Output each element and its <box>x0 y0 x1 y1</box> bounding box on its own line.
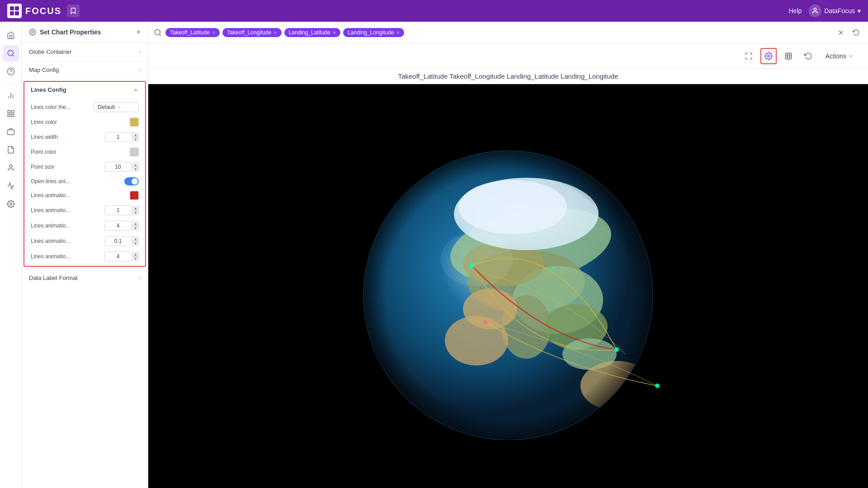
lines-config-section: Lines Config Lines color the... Default <box>24 81 146 267</box>
tb-refresh-btn[interactable] <box>800 48 816 64</box>
svg-rect-13 <box>11 110 14 113</box>
main-layout: Set Chart Properties × Globe Container ›… <box>0 22 868 488</box>
lines-width-input[interactable]: 1 <box>104 132 132 142</box>
point-size-row: Point size 10 ▲ ▼ <box>24 159 145 175</box>
filter-tag-close-3[interactable]: × <box>333 30 336 35</box>
sidebar-home-btn[interactable] <box>3 27 19 43</box>
svg-line-21 <box>159 34 160 35</box>
lines-config-header[interactable]: Lines Config <box>24 82 145 98</box>
sidebar-user-btn[interactable] <box>3 160 19 176</box>
bookmark-btn[interactable] <box>67 5 80 17</box>
lines-anim-3-up[interactable]: ▲ <box>132 237 139 241</box>
lines-anim-4-label: Lines animatio... <box>31 253 104 260</box>
filter-tag-label-3: Landing_Latitude <box>289 29 330 36</box>
chart-title: Takeoff_Latitude Takeoff_Longitude Landi… <box>157 72 859 80</box>
filter-tag-close-4[interactable]: × <box>396 30 399 35</box>
data-label-format-row[interactable]: Data Label Format › <box>22 269 148 287</box>
lines-width-up[interactable]: ▲ <box>132 133 139 137</box>
lines-color-theme-dropdown[interactable]: Default <box>94 102 139 112</box>
filter-tags: Takeoff_Latitude × Takeoff_Longitude × L… <box>165 28 831 37</box>
svg-point-20 <box>155 29 160 35</box>
filter-tag-label-4: Landing_Longitude <box>348 29 394 36</box>
svg-rect-1 <box>15 6 19 10</box>
filter-tag-label-2: Takeoff_Longitude <box>227 29 271 36</box>
lines-anim-3-down[interactable]: ▼ <box>132 241 139 246</box>
lines-anim-3-input[interactable]: 0.1 <box>104 236 132 246</box>
svg-point-50 <box>655 384 660 388</box>
data-label-format-label: Data Label Format <box>29 275 78 281</box>
svg-rect-2 <box>10 11 14 15</box>
filter-search-btn[interactable] <box>154 28 162 37</box>
lines-color-theme-label: Lines color the... <box>31 104 94 110</box>
lines-anim-1-row: Lines animatio... 1 ▲ ▼ <box>24 203 145 218</box>
lines-anim-2-stepper: ▲ ▼ <box>132 221 139 230</box>
sidebar-analytics-btn[interactable] <box>3 178 19 194</box>
filter-tag-landing-lat[interactable]: Landing_Latitude × <box>284 28 341 37</box>
tb-table-btn[interactable] <box>780 48 797 64</box>
properties-panel: Set Chart Properties × Globe Container ›… <box>22 22 148 488</box>
filter-tag-takeoff-lon[interactable]: Takeoff_Longitude × <box>222 28 281 37</box>
tb-fullscreen-btn[interactable] <box>741 48 757 64</box>
lines-anim-color-swatch[interactable] <box>130 191 139 200</box>
lines-anim-color-row: Lines animatio... <box>24 188 145 203</box>
filter-clear-btn[interactable] <box>835 26 847 39</box>
lines-width-down[interactable]: ▼ <box>132 137 139 142</box>
lines-anim-1-up[interactable]: ▲ <box>132 206 139 210</box>
user-menu[interactable]: DataFocus ▾ <box>809 5 861 17</box>
lines-anim-1-down[interactable]: ▼ <box>132 210 139 215</box>
filter-refresh-btn[interactable] <box>850 26 863 39</box>
dropdown-chevron <box>117 105 121 109</box>
lines-config-label: Lines Config <box>31 86 66 93</box>
sidebar-grid-btn[interactable] <box>3 105 19 122</box>
actions-chevron-icon <box>848 53 854 59</box>
lines-color-theme-value: Default <box>98 104 115 110</box>
sidebar-icons <box>0 22 22 488</box>
point-size-down[interactable]: ▼ <box>132 167 139 171</box>
lines-anim-2-group: 4 ▲ ▼ <box>104 221 139 231</box>
user-avatar <box>809 5 821 17</box>
lines-anim-4-input[interactable]: 4 <box>104 251 132 261</box>
point-size-stepper: ▲ ▼ <box>132 162 139 171</box>
sidebar-search-btn[interactable] <box>3 45 19 62</box>
svg-point-24 <box>768 55 770 57</box>
sidebar-report-btn[interactable] <box>3 142 19 158</box>
point-color-swatch[interactable] <box>130 147 139 156</box>
globe-area <box>148 84 868 488</box>
lines-anim-2-input[interactable]: 4 <box>104 221 132 231</box>
point-size-input[interactable]: 10 <box>104 162 132 172</box>
lines-anim-1-input[interactable]: 1 <box>104 205 132 215</box>
filter-tag-landing-lon[interactable]: Landing_Longitude × <box>343 28 404 37</box>
svg-point-17 <box>9 165 12 167</box>
lines-color-swatch[interactable] <box>130 118 139 127</box>
filter-tag-close-2[interactable]: × <box>274 30 277 35</box>
globe-container-row[interactable]: Globe Container › <box>22 43 148 61</box>
svg-rect-16 <box>7 130 14 135</box>
lines-anim-1-stepper: ▲ ▼ <box>132 206 139 215</box>
point-size-up[interactable]: ▲ <box>132 162 139 167</box>
sidebar-layers-btn[interactable] <box>3 123 19 140</box>
svg-point-19 <box>32 31 33 33</box>
help-link[interactable]: Help <box>789 7 802 14</box>
sidebar-help-btn[interactable] <box>3 63 19 80</box>
lines-anim-4-up[interactable]: ▲ <box>132 252 139 256</box>
panel-close-btn[interactable]: × <box>137 28 141 36</box>
map-config-row[interactable]: Map Config › <box>22 61 148 79</box>
open-lines-anim-toggle[interactable] <box>124 177 139 185</box>
lines-anim-2-up[interactable]: ▲ <box>132 221 139 226</box>
svg-point-5 <box>8 50 13 56</box>
sidebar-settings-btn[interactable] <box>3 196 19 212</box>
actions-btn[interactable]: Actions <box>820 50 859 62</box>
lines-anim-2-down[interactable]: ▼ <box>132 226 139 230</box>
filter-tag-close-1[interactable]: × <box>212 30 215 35</box>
svg-rect-15 <box>11 114 14 117</box>
point-size-label: Point size <box>31 164 104 170</box>
sidebar-chart-btn[interactable] <box>3 87 19 104</box>
open-lines-anim-label: Open lines ani... <box>31 178 124 185</box>
lines-color-label: Lines color <box>31 119 130 125</box>
tb-settings-btn[interactable] <box>760 48 777 64</box>
lines-anim-4-down[interactable]: ▼ <box>132 256 139 261</box>
user-name: DataFocus <box>824 7 855 14</box>
point-color-label: Point color <box>31 149 130 155</box>
filter-tag-takeoff-lat[interactable]: Takeoff_Latitude × <box>165 28 220 37</box>
lines-anim-2-label: Lines animatio... <box>31 223 104 229</box>
